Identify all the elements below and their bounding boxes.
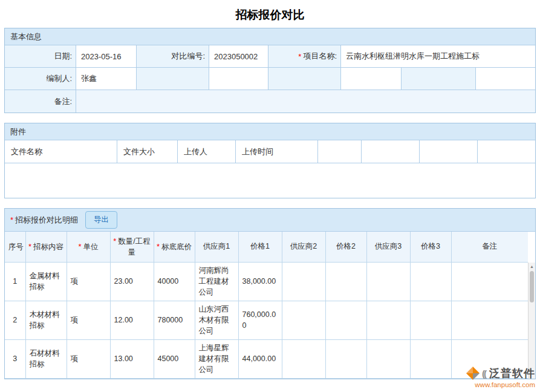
cell-supplier1: 上海星辉建材有限公司	[195, 339, 238, 378]
date-label: 日期:	[5, 45, 76, 68]
attachments-col-empty	[362, 140, 420, 163]
detail-header-row: 序号 *招标内容 *单位 *数量/工程量 *标底底价 供应商1 价格1 供应商2…	[5, 232, 528, 262]
export-button[interactable]: 导出	[85, 211, 117, 229]
empty-cell	[402, 68, 476, 90]
compare-no-label: 对比编号:	[137, 45, 209, 68]
detail-section-header: *招标报价对比明细 导出	[5, 209, 535, 232]
required-asterisk: *	[10, 215, 13, 224]
detail-section-title: *招标报价对比明细	[10, 215, 78, 226]
cell-price1: 760,000.00	[238, 301, 282, 339]
detail-row: 3 石材材料招标 项 13.00 45000 上海星辉建材有限公司 44,000…	[5, 339, 528, 378]
detail-section: *招标报价对比明细 导出 序号 *招标内容 *单位 *数量/工程量 *标底底价 …	[4, 208, 536, 379]
cell-supplier3	[366, 339, 410, 378]
cell-price2	[325, 301, 366, 339]
author-value: 张鑫	[76, 68, 137, 90]
empty-cell	[137, 68, 209, 90]
cell-content: 木材材料招标	[25, 301, 67, 339]
detail-table-wrap: 序号 *招标内容 *单位 *数量/工程量 *标底底价 供应商1 价格1 供应商2…	[5, 232, 535, 379]
cell-price3	[410, 301, 451, 339]
cell-price2	[325, 262, 366, 301]
col-price2: 价格2	[325, 232, 366, 262]
required-asterisk: *	[298, 52, 301, 61]
col-unit: *单位	[67, 232, 110, 262]
page-title: 招标报价对比	[0, 0, 540, 28]
cell-price2	[325, 339, 366, 378]
detail-row: 2 木材材料招标 项 12.00 780000 山东河西木材有限公司 760,0…	[5, 301, 528, 339]
cell-supplier2	[282, 262, 325, 301]
attachments-section: 附件 文件名称 文件大小 上传人 上传时间	[4, 123, 536, 198]
cell-supplier3	[366, 262, 410, 301]
cell-quantity: 13.00	[110, 339, 154, 378]
attachments-col-empty	[420, 140, 478, 163]
cell-base-price: 40000	[154, 262, 195, 301]
project-name-value: 云南水利枢纽潜明水库一期工程施工标	[341, 45, 535, 68]
cell-seq: 2	[5, 301, 25, 339]
col-base-price: *标底底价	[154, 232, 195, 262]
attachments-empty-list	[5, 163, 535, 198]
vertical-scrollbar[interactable]: ▲	[528, 263, 535, 379]
col-supplier2: 供应商2	[282, 232, 325, 262]
col-seq: 序号	[5, 232, 25, 262]
cell-content: 石材材料招标	[25, 339, 67, 378]
col-price1: 价格1	[238, 232, 282, 262]
cell-content: 金属材料招标	[25, 262, 67, 301]
col-supplier3: 供应商3	[366, 232, 410, 262]
col-content: *招标内容	[25, 232, 67, 262]
scrollbar-thumb[interactable]	[530, 271, 534, 302]
cell-base-price: 780000	[154, 301, 195, 339]
cell-price3	[410, 262, 451, 301]
attachments-header-row: 文件名称 文件大小 上传人 上传时间	[5, 140, 535, 163]
cell-remark	[451, 262, 528, 301]
author-label: 编制人:	[5, 68, 76, 90]
col-supplier1: 供应商1	[195, 232, 238, 262]
attachments-col-uploadtime: 上传时间	[236, 140, 318, 163]
cell-price3	[410, 339, 451, 378]
detail-table: 序号 *招标内容 *单位 *数量/工程量 *标底底价 供应商1 价格1 供应商2…	[5, 232, 528, 379]
cell-remark	[451, 301, 528, 339]
cell-unit: 项	[67, 262, 110, 301]
basic-info-row-2: 编制人: 张鑫	[5, 68, 535, 90]
cell-unit: 项	[67, 339, 110, 378]
watermark: (( 泛普软件 www.fanpusoft.com	[466, 366, 535, 388]
empty-cell	[209, 68, 268, 90]
cell-supplier2	[282, 301, 325, 339]
scroll-up-arrow[interactable]: ▲	[529, 263, 535, 270]
col-price3: 价格3	[410, 232, 451, 262]
attachments-col-uploader: 上传人	[178, 140, 236, 163]
remark-value	[76, 90, 535, 113]
watermark-url: www.fanpusoft.com	[466, 381, 535, 388]
attachments-col-empty	[478, 140, 535, 163]
attachments-col-filesize: 文件大小	[117, 140, 178, 163]
cell-price1: 44,000.00	[238, 339, 282, 378]
col-quantity: *数量/工程量	[110, 232, 154, 262]
cell-seq: 1	[5, 262, 25, 301]
remark-label: 备注:	[5, 90, 76, 113]
cell-supplier2	[282, 339, 325, 378]
cell-supplier1: 山东河西木材有限公司	[195, 301, 238, 339]
basic-info-section-header: 基本信息	[5, 28, 535, 45]
project-name-label: * 项目名称:	[268, 45, 341, 68]
watermark-brand-row: (( 泛普软件	[466, 366, 535, 381]
logo-marks: ((	[482, 368, 487, 379]
cell-seq: 3	[5, 339, 25, 378]
detail-row: 1 金属材料招标 项 23.00 40000 河南辉尚工程建材公司 38,000…	[5, 262, 528, 301]
attachments-col-filename: 文件名称	[5, 140, 117, 163]
empty-cell	[268, 68, 341, 90]
attachments-col-empty	[318, 140, 362, 163]
fanpu-logo-icon	[466, 366, 480, 381]
cell-unit: 项	[67, 301, 110, 339]
cell-supplier3	[366, 301, 410, 339]
cell-quantity: 23.00	[110, 262, 154, 301]
attachments-section-header: 附件	[5, 123, 535, 140]
compare-no-value: 2023050002	[209, 45, 268, 68]
cell-supplier1: 河南辉尚工程建材公司	[195, 262, 238, 301]
watermark-brand: 泛普软件	[489, 366, 535, 381]
basic-info-row-1: 日期: 2023-05-16 对比编号: 2023050002 * 项目名称: …	[5, 45, 535, 68]
cell-price1: 38,000.00	[238, 262, 282, 301]
date-value: 2023-05-16	[76, 45, 137, 68]
cell-base-price: 45000	[154, 339, 195, 378]
col-remark: 备注	[451, 232, 528, 262]
basic-info-section: 基本信息 日期: 2023-05-16 对比编号: 2023050002 * 项…	[4, 28, 536, 113]
basic-info-row-3: 备注:	[5, 90, 535, 113]
cell-quantity: 12.00	[110, 301, 154, 339]
